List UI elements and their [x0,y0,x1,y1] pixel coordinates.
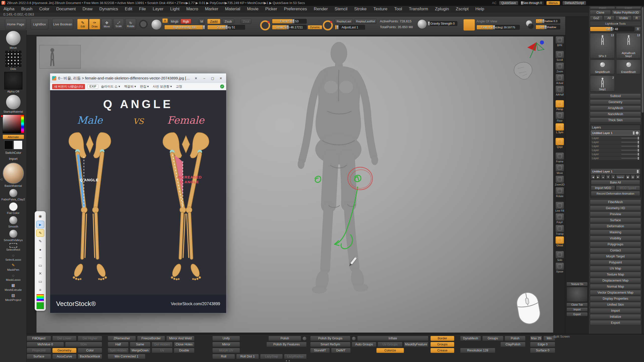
draw-button[interactable]: ✑Draw [89,19,100,29]
viewer-menu-x[interactable]: 슬라이드 쇼 ▾ [101,84,120,89]
bottom-del-lower[interactable]: Del Lower [52,336,77,341]
replay-last-rel-button[interactable]: ReplayLastRel [354,19,377,24]
layer-row-5[interactable]: Layer [591,152,640,156]
viewer-maximize-button[interactable]: ▢ [209,75,216,81]
pen-icon[interactable]: ✎ [36,229,44,237]
right-shelf-floor[interactable]: Floor [555,112,564,122]
zsub-button[interactable]: Zsub [222,19,234,24]
menu-stencil[interactable]: Stencil [335,7,347,12]
menu-brush[interactable]: Brush [21,7,32,12]
bottom-same[interactable]: Same [130,342,151,347]
fov-slider[interactable]: Field of view(deg) 39.59775 [476,25,520,30]
menu-dynamics[interactable]: Dynamics [99,7,118,12]
bottom-lazystep[interactable]: LazyStep [260,354,283,359]
viewer-minimize-button[interactable]: – [201,75,208,81]
bottom-surface-0[interactable]: Surface 0 [530,348,555,353]
texture-export-button[interactable]: Export [567,312,588,316]
section-displacement-map[interactable]: Displacement Map [590,278,641,283]
menu-light[interactable]: Light [170,7,180,12]
alternate-bar[interactable]: Alternate [3,135,24,139]
tool-thumb-step1[interactable]: 2Step1 [590,75,615,92]
step2-slider[interactable]: Step2 48 [590,27,634,31]
menu-transform[interactable]: Transform [409,7,428,12]
tool-thumb-eraserbrush[interactable]: EraserBrush [616,60,641,74]
layer-slider-track[interactable] [621,142,639,143]
right-shelf-polyf[interactable]: PolyF [555,213,564,224]
layer-slider-track[interactable] [621,138,639,139]
bottom-freezeborder[interactable]: FreezeBorder [137,336,165,341]
menu-render[interactable]: Render [314,7,328,12]
section-uv-map[interactable]: UV Map [590,266,641,271]
check-icon[interactable]: ✓ [220,84,224,88]
layer-eye-icon[interactable] [636,131,639,134]
m-button[interactable]: M [199,19,205,24]
layer-control-x[interactable]: ● [611,175,615,179]
eraser-icon[interactable]: ▭ [36,262,44,269]
bottom-split-hidden[interactable]: Split Hidden [108,348,129,353]
bottom-crease[interactable]: Crease [430,348,454,353]
section-contact[interactable]: Contact [590,248,641,253]
live-boolean-button[interactable]: Live Boolean [52,19,73,29]
bottom-del-hidden[interactable]: Del Hidden [152,342,173,347]
bottom-border[interactable]: Border [430,336,454,341]
tool-thumb-simplebrush[interactable]: SimpleBrush [590,60,615,74]
layer-slider-track[interactable] [621,158,639,159]
right-shelf-l-sym[interactable]: L.Sym [555,123,564,134]
mrgb-button[interactable]: Mrgb [169,19,180,24]
menu-alpha[interactable]: Alpha [4,7,14,12]
bottom-fillobject[interactable]: FillObject [27,336,51,341]
list-icon[interactable]: ≡ [36,286,44,293]
bake-all-button[interactable]: Bake All [591,180,640,185]
layer-row-2[interactable]: Layer [591,140,640,144]
bottom-groups[interactable]: Groups [482,336,503,341]
right-shelf-solo[interactable]: Solo [555,251,564,261]
layer-control-x[interactable]: ▶ [596,175,600,179]
section-normal-map[interactable]: Normal Map [590,284,641,289]
bottom-morph-uv[interactable]: Morph UV [212,348,240,353]
palette-item-colorpicker[interactable] [0,115,26,133]
palette-item-meshextrude[interactable]: MeshExtrude [0,283,26,291]
zcut-button[interactable]: Zcut [241,19,251,24]
layer-intensity-slider[interactable] [633,131,635,135]
right-shelf-qxyz[interactable]: Qxyz [555,138,564,148]
bottom-del-higher[interactable]: Del Higher [78,336,102,341]
zadd-button[interactable]: Zadd [207,19,220,24]
layer-control-x[interactable]: ▼ [606,175,610,179]
menu-layer[interactable]: Layer [153,7,164,12]
bottom-resolution-128[interactable]: Resolution 128 [460,348,495,353]
viewer-menu-x[interactable]: 고정 [176,84,182,89]
bottom-maskbyfeature[interactable]: MaskByFeature [404,342,428,347]
right-shelf-rotate[interactable]: Rotate [555,187,564,198]
bottom-close-holes[interactable]: Close Holes [174,342,195,347]
tool-thumb-step2[interactable]: 13AlphaBrushStep2 [616,33,641,58]
section-visibility[interactable]: Visibility [590,236,641,241]
section-thick-skin[interactable]: Thick Skin [590,118,641,123]
layer-slider-track[interactable] [621,150,639,151]
bottom-mergedown[interactable]: MergeDown [130,348,151,353]
move-button[interactable]: ✥Move [101,19,112,29]
menu-document[interactable]: Document [56,7,76,12]
layer-control-x[interactable]: ▲ [601,175,605,179]
menu-color[interactable]: Color [39,7,50,12]
bottom-roll-dist-1[interactable]: Roll Dist 1 [236,354,259,359]
document-thumbnail[interactable] [39,45,81,69]
texture-thumbnail[interactable] [567,287,588,302]
bottom-lazyradius[interactable]: LazyRadius [284,354,307,359]
bottom-surface[interactable]: Surface [27,354,51,359]
section-nanomesh[interactable]: NanoMesh [590,112,641,117]
palette-collapse-arrow[interactable]: ◁ [0,177,2,181]
active-layer-row[interactable]: Untitled Layer 1 [591,130,640,135]
stroke-ring-icon[interactable] [139,20,148,28]
right-shelf-transp[interactable]: Transp [555,225,564,235]
section-preview[interactable]: Preview [590,212,641,217]
tool-thumb-spix-3[interactable]: 13SPix 3 [590,33,615,58]
tool-panel-scrollbar[interactable] [641,6,644,362]
color-spectrum-swatch[interactable] [36,294,44,301]
palette-item-maskpen[interactable]: MaskPen [0,263,26,271]
viewer-menu-x[interactable]: 책갈피 ▾ [124,84,136,89]
palette-item-startupmaterial[interactable]: StartupMaterial [0,95,26,113]
section-polygroups[interactable]: Polygroups [590,242,641,247]
section-texture-map[interactable]: Texture Map [590,272,641,277]
rgb-intensity-slider[interactable]: Rgb Intensity 100 [164,25,205,30]
lightbox-button[interactable]: LightBox [31,19,48,29]
